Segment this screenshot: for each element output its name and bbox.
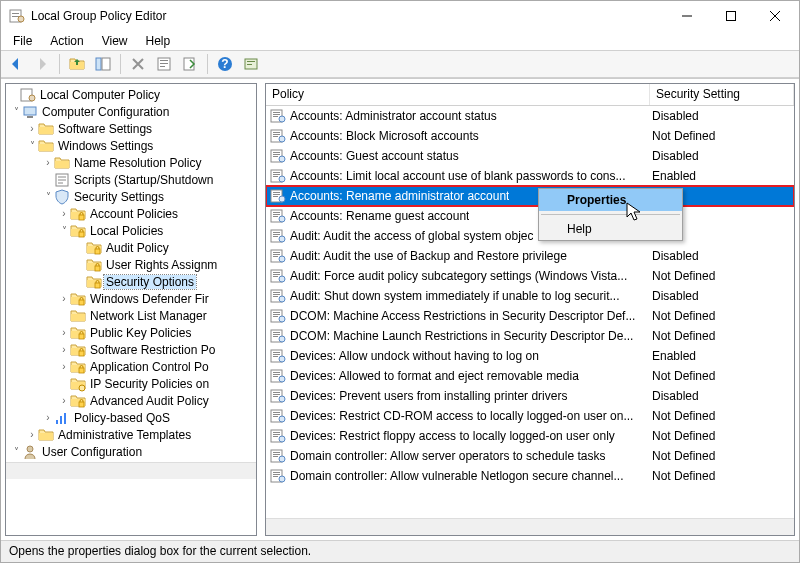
list-row[interactable]: Accounts: Administrator account statusDi… — [266, 106, 794, 126]
list-row[interactable]: DCOM: Machine Access Restrictions in Sec… — [266, 306, 794, 326]
tree-windows-settings[interactable]: ˅Windows Settings — [6, 137, 256, 154]
list-hscrollbar[interactable] — [266, 518, 794, 535]
tree-admin-templates[interactable]: ›Administrative Templates — [6, 426, 256, 443]
context-properties[interactable]: Properties — [539, 189, 682, 211]
security-setting: Enabled — [652, 349, 696, 363]
help-button[interactable]: ? — [214, 53, 236, 75]
tree-wdf[interactable]: ›Windows Defender Fir — [6, 290, 256, 307]
close-button[interactable] — [753, 2, 797, 30]
tree-root[interactable]: Local Computer Policy — [6, 86, 256, 103]
tree-pane[interactable]: Local Computer Policy ˅Computer Configur… — [5, 83, 257, 536]
shield-icon — [54, 189, 70, 205]
policy-icon — [20, 87, 36, 103]
tree-nlm[interactable]: Network List Manager — [6, 307, 256, 324]
svg-point-30 — [29, 95, 35, 101]
tree-ipsec[interactable]: IP Security Policies on — [6, 375, 256, 392]
list-row[interactable]: Accounts: Rename administrator accountat… — [266, 186, 794, 206]
policy-name: Devices: Allowed to format and eject rem… — [290, 369, 579, 383]
policy-item-icon — [270, 308, 286, 324]
security-setting: Disabled — [652, 289, 699, 303]
policy-item-icon — [270, 268, 286, 284]
list-row[interactable]: Domain controller: Allow vulnerable Netl… — [266, 466, 794, 486]
up-button[interactable] — [66, 53, 88, 75]
list-row[interactable]: DCOM: Machine Launch Restrictions in Sec… — [266, 326, 794, 346]
tree-scripts[interactable]: Scripts (Startup/Shutdown — [6, 171, 256, 188]
list-body[interactable]: Accounts: Administrator account statusDi… — [266, 106, 794, 518]
forward-button[interactable] — [31, 53, 53, 75]
maximize-button[interactable] — [709, 2, 753, 30]
toolbar: ? — [1, 50, 799, 78]
list-row[interactable]: Devices: Prevent users from installing p… — [266, 386, 794, 406]
tree-aap[interactable]: ›Advanced Audit Policy — [6, 392, 256, 409]
list-row[interactable]: Domain controller: Allow server operator… — [266, 446, 794, 466]
svg-rect-21 — [160, 63, 168, 64]
tree-acp[interactable]: ›Application Control Po — [6, 358, 256, 375]
tree-nrp[interactable]: ›Name Resolution Policy — [6, 154, 256, 171]
minimize-button[interactable] — [665, 2, 709, 30]
list-row[interactable]: Accounts: Block Microsoft accountsNot De… — [266, 126, 794, 146]
list-row[interactable]: Audit: Shut down system immediately if u… — [266, 286, 794, 306]
security-setting: Not Defined — [652, 369, 715, 383]
context-help[interactable]: Help — [539, 218, 682, 240]
tree-pkp[interactable]: ›Public Key Policies — [6, 324, 256, 341]
tree-qos[interactable]: ›Policy-based QoS — [6, 409, 256, 426]
list-row[interactable]: Accounts: Rename guest account — [266, 206, 794, 226]
export-button[interactable] — [179, 53, 201, 75]
list-row[interactable]: Devices: Allow undock without having to … — [266, 346, 794, 366]
folder-lock-icon — [70, 342, 86, 358]
folder-lock-icon — [70, 359, 86, 375]
menu-file[interactable]: File — [5, 33, 40, 49]
tree-audit-policy[interactable]: Audit Policy — [6, 239, 256, 256]
tree-software-settings[interactable]: ›Software Settings — [6, 120, 256, 137]
folder-lock-icon — [70, 206, 86, 222]
col-policy[interactable]: Policy — [266, 84, 650, 105]
list-row[interactable]: Audit: Audit the access of global system… — [266, 226, 794, 246]
tree-srp[interactable]: ›Software Restriction Po — [6, 341, 256, 358]
policy-item-icon — [270, 328, 286, 344]
policy-item-icon — [270, 248, 286, 264]
policy-name: Domain controller: Allow server operator… — [290, 449, 605, 463]
security-setting: Disabled — [652, 389, 699, 403]
policy-name: Devices: Restrict floppy access to local… — [290, 429, 615, 443]
svg-rect-18 — [102, 58, 110, 70]
tree-hscrollbar[interactable] — [6, 462, 256, 479]
delete-button[interactable] — [127, 53, 149, 75]
menubar: File Action View Help — [1, 31, 799, 50]
list-row[interactable]: Devices: Restrict floppy access to local… — [266, 426, 794, 446]
list-row[interactable]: Devices: Restrict CD-ROM access to local… — [266, 406, 794, 426]
svg-rect-27 — [247, 61, 255, 62]
tree-user-rights[interactable]: User Rights Assignm — [6, 256, 256, 273]
list-row[interactable]: Audit: Audit the use of Backup and Resto… — [266, 246, 794, 266]
list-row[interactable]: Audit: Force audit policy subcategory se… — [266, 266, 794, 286]
tree-security-options[interactable]: Security Options — [6, 273, 256, 290]
policy-name: Audit: Force audit policy subcategory se… — [290, 269, 627, 283]
policy-name: DCOM: Machine Launch Restrictions in Sec… — [290, 329, 633, 343]
back-button[interactable] — [5, 53, 27, 75]
tree-user-config[interactable]: ˅User Configuration — [6, 443, 256, 460]
list-row[interactable]: Accounts: Guest account statusDisabled — [266, 146, 794, 166]
policy-name: Audit: Audit the use of Backup and Resto… — [290, 249, 567, 263]
policy-item-icon — [270, 168, 286, 184]
list-row[interactable]: Devices: Allowed to format and eject rem… — [266, 366, 794, 386]
tree-security-settings[interactable]: ˅Security Settings — [6, 188, 256, 205]
folder-icon — [38, 138, 54, 154]
svg-point-32 — [27, 446, 33, 452]
list-row[interactable]: Accounts: Limit local account use of bla… — [266, 166, 794, 186]
policy-name: Devices: Restrict CD-ROM access to local… — [290, 409, 633, 423]
menu-help[interactable]: Help — [138, 33, 179, 49]
titlebar[interactable]: Local Group Policy Editor — [1, 1, 799, 31]
tree-local-policies[interactable]: ˅Local Policies — [6, 222, 256, 239]
properties-button[interactable] — [153, 53, 175, 75]
tree-computer-config[interactable]: ˅Computer Configuration — [6, 103, 256, 120]
show-hide-tree-button[interactable] — [92, 53, 114, 75]
folder-lock-icon — [70, 223, 86, 239]
menu-view[interactable]: View — [94, 33, 136, 49]
filter-button[interactable] — [240, 53, 262, 75]
policy-item-icon — [270, 388, 286, 404]
col-security-setting[interactable]: Security Setting — [650, 84, 794, 105]
folder-lock-icon — [70, 325, 86, 341]
security-setting: Enabled — [652, 169, 696, 183]
menu-action[interactable]: Action — [42, 33, 91, 49]
tree-account-policies[interactable]: ›Account Policies — [6, 205, 256, 222]
svg-rect-14 — [12, 16, 19, 17]
